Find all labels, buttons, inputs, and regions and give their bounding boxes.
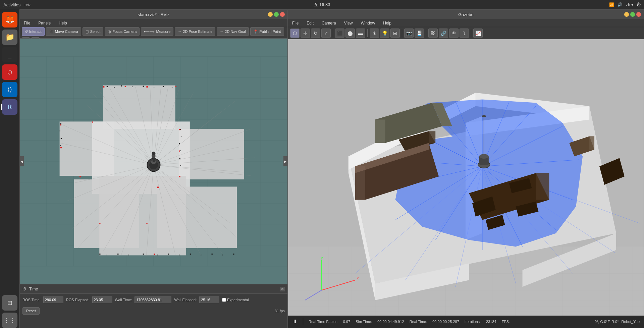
gazebo-maximize-btn[interactable]	[630, 12, 635, 17]
dock-apps[interactable]: ⊞	[2, 295, 17, 311]
pose-estimate-btn[interactable]: → 2D Pose Estimate	[175, 27, 215, 36]
gz-select-tool[interactable]: ⬡	[290, 29, 300, 38]
svg-rect-36	[163, 86, 164, 87]
gz-sphere-btn[interactable]: ⬤	[345, 29, 355, 38]
dock-firefox[interactable]: 🦊	[2, 12, 17, 28]
experimental-label[interactable]: Experimental	[222, 298, 249, 302]
gazebo-minimize-btn[interactable]	[624, 12, 629, 17]
dock-files[interactable]: 📁	[2, 30, 17, 45]
svg-rect-49	[107, 255, 107, 255]
interact-label: Interact	[29, 30, 42, 34]
real-time-factor-value: 0.97	[343, 320, 350, 324]
svg-rect-60	[233, 254, 234, 255]
gz-eye-btn[interactable]: 👁	[449, 29, 459, 38]
dock-terminal[interactable]: _	[2, 47, 17, 62]
right-panel-toggle[interactable]: ▶	[283, 156, 287, 166]
gz-light-btn[interactable]: ☀	[370, 29, 379, 38]
gazebo-menu-file[interactable]: File	[291, 20, 300, 26]
rviz-menu-panels[interactable]: Panels	[37, 20, 52, 26]
move-camera-icon: 🎥	[49, 30, 54, 34]
time-values-row: ROS Time: ROS Elapsed: Wall Time: Wall E…	[20, 294, 287, 306]
gz-magnet-btn[interactable]: 🔗	[439, 29, 448, 38]
gz-scale-tool[interactable]: ⤢	[321, 29, 331, 38]
wall-time-label: Wall Time:	[115, 298, 132, 302]
svg-rect-66	[179, 151, 180, 152]
rviz-viewport[interactable]: ◀ ▶	[20, 39, 287, 284]
volume-icon[interactable]: 🔊	[618, 2, 623, 7]
gazebo-toolbar: ⬡ ✛ ↻ ⤢ ⬛ ⬤ ▬ ☀ 💡 ⊞ 📷 💾 ⛓ 🔗 👁 ⤵ 📈	[288, 27, 644, 39]
interact-icon: ↺	[25, 30, 28, 34]
svg-rect-61	[103, 86, 104, 88]
gz-rotate-tool[interactable]: ↻	[311, 29, 320, 38]
svg-marker-184	[536, 173, 549, 200]
gz-light2-btn[interactable]: 💡	[380, 29, 389, 38]
gz-chain-btn[interactable]: ⛓	[428, 29, 438, 38]
rviz-minimize-btn[interactable]	[268, 12, 273, 17]
time-panel-label: Time	[29, 287, 38, 291]
gz-cylinder-btn[interactable]: ▬	[356, 29, 365, 38]
wall-elapsed-input[interactable]	[199, 296, 219, 303]
gz-plot-btn[interactable]: 📈	[473, 29, 483, 38]
measure-icon: ⟵⟶	[144, 30, 155, 34]
nav-goal-icon: →	[220, 30, 223, 34]
gz-move-tool[interactable]: ✛	[301, 29, 310, 38]
ros-time-input[interactable]	[43, 296, 63, 303]
select-btn[interactable]: ▢ Select	[83, 27, 104, 36]
svg-rect-52	[143, 254, 144, 255]
select-icon: ▢	[86, 30, 89, 34]
gz-grid-btn[interactable]: ⊞	[390, 29, 400, 38]
nav-goal-btn[interactable]: → 2D Nav Goal	[217, 27, 249, 36]
gz-cube-btn[interactable]: ⬛	[335, 29, 344, 38]
ros-elapsed-input[interactable]	[92, 296, 112, 303]
pause-btn[interactable]: ⏸	[292, 319, 298, 325]
measure-btn[interactable]: ⟵⟶ Measure	[141, 27, 173, 36]
dock-rviz[interactable]: R	[2, 99, 17, 115]
publish-point-label: Publish Point	[259, 30, 281, 34]
svg-rect-39	[181, 136, 181, 137]
time-panel-header: ⏱ Time ✕	[20, 284, 287, 294]
rviz-close-btn[interactable]	[280, 12, 285, 17]
user-label[interactable]: zh ▾	[626, 2, 633, 7]
gazebo-menu-edit[interactable]: Edit	[305, 20, 315, 26]
move-camera-btn[interactable]: 🎥 Move Camera	[46, 27, 81, 36]
left-panel-toggle[interactable]: ◀	[20, 156, 24, 166]
dock-vscode[interactable]: ⟨⟩	[2, 82, 17, 97]
rviz-maximize-btn[interactable]	[274, 12, 279, 17]
time-panel-close[interactable]: ✕	[280, 287, 285, 291]
wall-time-input[interactable]	[135, 296, 171, 303]
svg-rect-45	[60, 130, 60, 131]
activities-label[interactable]: Activities	[3, 2, 20, 7]
gazebo-menu-camera[interactable]: Camera	[320, 20, 337, 26]
gazebo-close-btn[interactable]	[636, 12, 641, 17]
power-icon[interactable]: ⏻	[637, 2, 641, 7]
gazebo-window: Gazebo File Edit Camera View Window Help…	[288, 9, 644, 328]
experimental-checkbox[interactable]	[222, 298, 226, 302]
gazebo-menu-window[interactable]: Window	[360, 20, 377, 26]
real-time-label: Real Time:	[410, 320, 427, 324]
gz-arrow-btn[interactable]: ⤵	[460, 29, 469, 38]
focus-camera-btn[interactable]: ◎ Focus Camera	[105, 27, 140, 36]
dock-ros[interactable]: ⬡	[2, 64, 17, 80]
gazebo-menu-view[interactable]: View	[343, 20, 354, 26]
iterations-label: Iterations:	[465, 320, 481, 324]
rviz-toolbar: ↺ Interact 🎥 Move Camera ▢ Select ◎ Focu…	[20, 27, 287, 39]
interact-btn[interactable]: ↺ Interact	[22, 27, 45, 36]
pose-estimate-label: 2D Pose Estimate	[183, 30, 212, 34]
gz-save-btn[interactable]: 💾	[415, 29, 424, 38]
svg-rect-62	[125, 86, 126, 87]
gazebo-menu-help[interactable]: Help	[382, 20, 393, 26]
rviz-menu-file[interactable]: File	[22, 20, 32, 26]
rviz-menu-help[interactable]: Help	[57, 20, 68, 26]
publish-point-btn[interactable]: 📍 Publish Point	[250, 27, 284, 36]
rviz-menubar: File Panels Help	[20, 19, 287, 27]
system-bar-right: 📶 🔊 zh ▾ ⏻	[609, 2, 641, 7]
svg-rect-64	[175, 86, 176, 87]
reset-button[interactable]: Reset	[22, 307, 40, 315]
dock-grid[interactable]: ⋮⋮	[2, 313, 17, 328]
pose-estimate-icon: →	[178, 30, 181, 34]
gz-cam-btn[interactable]: 📷	[404, 29, 414, 38]
app-name[interactable]: rviz	[24, 2, 31, 7]
gazebo-viewport[interactable]: x y	[288, 39, 644, 316]
svg-text:y: y	[321, 256, 323, 260]
svg-rect-70	[154, 254, 155, 255]
